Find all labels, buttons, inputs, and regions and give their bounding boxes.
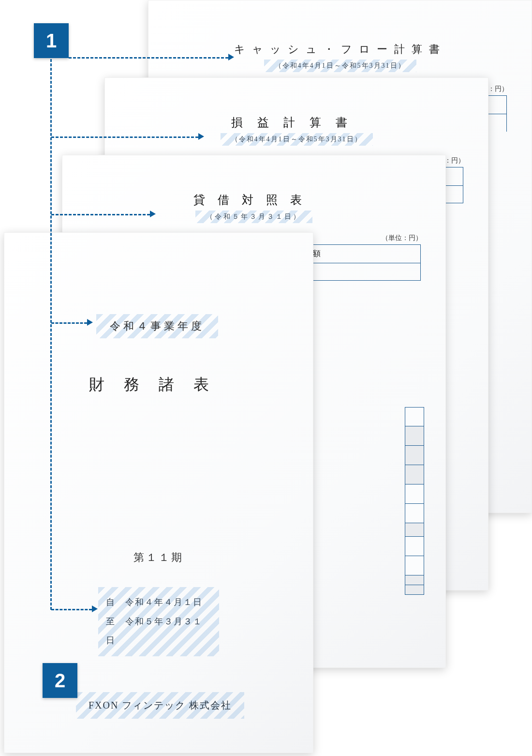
arrow-right-icon [150,211,156,217]
cashflow-title: キャッシュ・フロー計算書 [148,42,532,57]
callout-badge-1: 1 [34,23,69,58]
income-title: 損益計算書 [105,115,488,130]
connector-line [69,57,228,59]
date-from: 自 令和４年４月１日 [106,597,203,607]
company-name-highlight: FXON フィンテック 株式会社 [76,692,244,719]
income-period-highlight: （令和4年4月1日～令和5年3月31日） [221,133,373,146]
arrow-right-icon [198,133,204,140]
arrow-right-icon [87,319,93,326]
connector-line [51,136,198,138]
connector-line [51,214,150,215]
arrow-right-icon [228,54,234,60]
callout-badge-2: 2 [43,663,77,698]
arrow-right-icon [92,605,98,612]
connector-line [51,609,92,610]
cashflow-period-highlight: （令和4年4月1日～令和5年3月31日） [264,60,416,72]
balance-date-highlight: （令和５年３月３１日） [195,211,312,223]
connector-line [50,59,52,610]
balance-side-column [405,407,424,595]
period-dates-highlight: 自 令和４年４月１日 至 令和５年３月３１日 [98,587,219,656]
date-to: 至 令和５年３月３１日 [106,617,203,646]
fiscal-year-highlight: 令和４事業年度 [96,314,218,338]
balance-title: 貸借対照表 [62,192,445,208]
connector-line [51,322,87,324]
